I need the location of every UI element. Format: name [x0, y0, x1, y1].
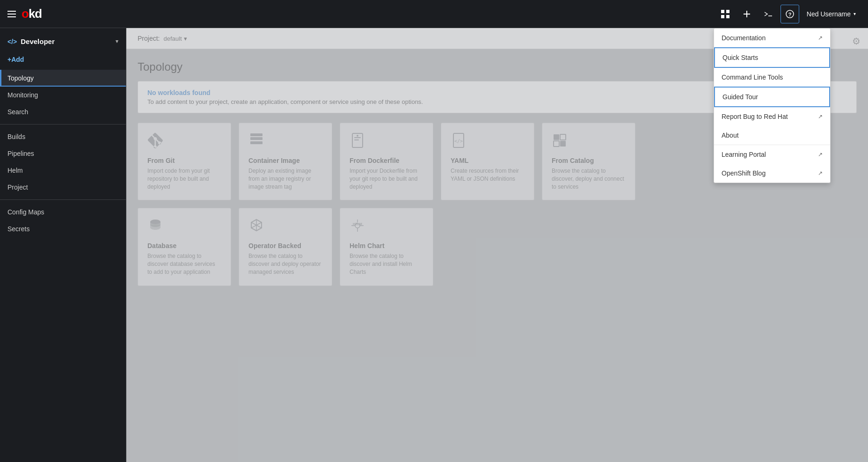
help-menu-about[interactable]: About	[714, 126, 830, 145]
help-menu-learning-portal[interactable]: Learning Portal ↗	[714, 145, 830, 164]
help-menu-report-bug[interactable]: Report Bug to Red Hat ↗	[714, 107, 830, 126]
help-icon: ?	[786, 10, 794, 18]
svg-rect-0	[721, 10, 724, 13]
help-menu-quick-starts[interactable]: Quick Starts	[714, 47, 830, 68]
grid-icon-button[interactable]	[716, 5, 735, 23]
sidebar-item-search[interactable]: Search	[0, 103, 126, 120]
logo-text: okd	[22, 7, 42, 21]
help-menu-openshift-blog[interactable]: OpenShift Blog ↗	[714, 164, 830, 183]
sidebar-item-builds[interactable]: Builds	[0, 128, 126, 145]
topnav: okd ? Ned Use	[0, 0, 868, 28]
terminal-icon-button[interactable]	[759, 5, 778, 23]
context-caret-icon: ▾	[116, 38, 118, 44]
svg-rect-1	[726, 10, 729, 13]
sidebar-item-builds-label: Builds	[7, 133, 25, 140]
sidebar-item-project[interactable]: Project	[0, 179, 126, 196]
help-menu-cli-tools[interactable]: Command Line Tools	[714, 68, 830, 87]
help-documentation-label: Documentation	[722, 34, 766, 42]
external-link-icon-bug: ↗	[818, 113, 823, 120]
sidebar: </> Developer ▾ +Add Topology Monitoring…	[0, 28, 126, 462]
sidebar-item-pipelines[interactable]: Pipelines	[0, 145, 126, 162]
grid-icon	[721, 10, 729, 18]
sidebar-item-configmaps-label: Config Maps	[7, 208, 44, 216]
logo-o: o	[22, 7, 29, 21]
external-link-icon-learning: ↗	[818, 151, 823, 158]
sidebar-item-topology-label: Topology	[7, 74, 34, 82]
add-button[interactable]: +Add	[0, 51, 126, 68]
context-label: Developer	[21, 37, 55, 45]
sidebar-item-search-label: Search	[7, 108, 28, 116]
user-caret-icon: ▾	[853, 11, 856, 16]
sidebar-item-monitoring-label: Monitoring	[7, 91, 38, 99]
sidebar-item-project-label: Project	[7, 183, 28, 191]
plus-icon	[743, 10, 751, 18]
sidebar-nav: Topology Monitoring Search Builds Pipeli…	[0, 70, 126, 237]
context-selector[interactable]: </> Developer ▾	[0, 32, 126, 51]
username-label: Ned Username	[807, 10, 851, 18]
svg-rect-2	[721, 15, 724, 18]
hamburger-menu[interactable]	[7, 11, 16, 17]
sidebar-item-secrets-label: Secrets	[7, 225, 29, 233]
terminal-icon	[764, 10, 773, 18]
help-learning-portal-label: Learning Portal	[722, 151, 766, 158]
context-icon: </>	[7, 38, 17, 45]
help-openshift-blog-label: OpenShift Blog	[722, 169, 766, 177]
svg-rect-3	[726, 15, 729, 18]
svg-rect-5	[744, 14, 750, 15]
help-about-label: About	[722, 132, 739, 139]
sidebar-item-configmaps[interactable]: Config Maps	[0, 204, 126, 220]
sidebar-item-helm[interactable]: Helm	[0, 162, 126, 179]
add-icon-button[interactable]	[737, 5, 756, 23]
help-cli-tools-label: Command Line Tools	[722, 73, 783, 81]
help-dropdown: Documentation ↗ Quick Starts Command Lin…	[714, 28, 831, 183]
sidebar-item-secrets[interactable]: Secrets	[0, 220, 126, 237]
sidebar-divider-2	[0, 199, 126, 200]
help-quick-starts-label: Quick Starts	[722, 54, 758, 61]
help-menu-guided-tour[interactable]: Guided Tour	[714, 87, 830, 107]
topnav-left: okd	[7, 7, 42, 21]
sidebar-item-pipelines-label: Pipelines	[7, 150, 34, 157]
topnav-right: ? Ned Username ▾	[716, 5, 861, 23]
external-link-icon-blog: ↗	[818, 170, 823, 176]
help-menu-documentation[interactable]: Documentation ↗	[714, 29, 830, 47]
sidebar-item-topology[interactable]: Topology	[0, 70, 126, 87]
sidebar-divider-1	[0, 124, 126, 125]
user-menu-button[interactable]: Ned Username ▾	[802, 7, 861, 21]
help-icon-button[interactable]: ?	[780, 5, 799, 23]
help-guided-tour-label: Guided Tour	[722, 93, 758, 101]
sidebar-item-helm-label: Helm	[7, 167, 23, 174]
logo-kd: kd	[29, 7, 42, 21]
sidebar-item-monitoring[interactable]: Monitoring	[0, 87, 126, 103]
help-report-bug-label: Report Bug to Red Hat	[722, 113, 788, 120]
external-link-icon-documentation: ↗	[818, 35, 823, 41]
logo: okd	[22, 7, 42, 21]
svg-text:?: ?	[788, 11, 791, 17]
